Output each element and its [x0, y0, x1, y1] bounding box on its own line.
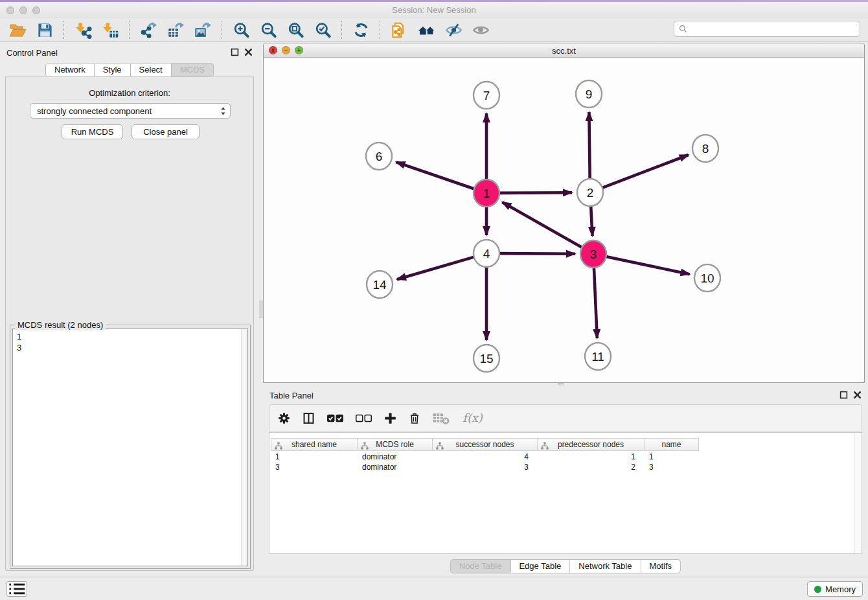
table-cell[interactable]: 3: [645, 462, 699, 472]
panel-layout-button[interactable]: [302, 411, 315, 425]
table-row[interactable]: 1dominator411: [271, 452, 852, 462]
zoom-in-button[interactable]: [231, 20, 251, 40]
table-cell[interactable]: 1: [645, 452, 699, 462]
graph-node-7[interactable]: 7: [474, 82, 499, 109]
import-network-button[interactable]: [73, 20, 93, 40]
tab-style[interactable]: Style: [95, 63, 131, 77]
hide-selected-button[interactable]: [444, 20, 463, 40]
table-cell[interactable]: 3: [433, 462, 538, 472]
graph-edge-4-14[interactable]: [397, 257, 474, 280]
table-cell[interactable]: 2: [538, 462, 645, 472]
float-panel-icon[interactable]: [231, 48, 239, 56]
tab-network-table[interactable]: Network Table: [570, 559, 641, 573]
table-cell[interactable]: 3: [271, 462, 358, 472]
tab-node-table[interactable]: Node Table: [450, 559, 511, 573]
close-panel-button[interactable]: Close panel: [131, 124, 200, 139]
search-input[interactable]: [674, 21, 860, 37]
function-builder-button[interactable]: f(x): [461, 411, 485, 426]
export-network-button[interactable]: [139, 20, 158, 40]
zoom-fit-button[interactable]: [286, 20, 305, 40]
column-header-successor-nodes[interactable]: successor nodes: [433, 438, 538, 451]
graph-node-2[interactable]: 2: [577, 179, 603, 206]
graph-node-14[interactable]: 14: [367, 271, 393, 298]
graph-node-3[interactable]: 3: [580, 240, 606, 268]
graph-node-6[interactable]: 6: [366, 143, 392, 170]
create-column-button[interactable]: [383, 411, 397, 425]
column-header-shared-name[interactable]: shared name: [271, 438, 358, 451]
graph-edge-3-11[interactable]: [594, 267, 597, 338]
save-session-button[interactable]: [35, 20, 54, 40]
graph-node-1[interactable]: 1: [474, 179, 499, 207]
export-network-icon: [140, 21, 157, 39]
mcds-result-textarea[interactable]: 13: [12, 329, 248, 566]
zoom-selected-button[interactable]: [313, 20, 332, 40]
graph-node-15[interactable]: 15: [474, 345, 499, 372]
first-neighbors-button[interactable]: [417, 20, 436, 40]
result-scrollbar[interactable]: [241, 329, 247, 566]
zoom-out-button[interactable]: [258, 20, 278, 40]
delete-table-button[interactable]: [432, 411, 450, 425]
column-header-predecessor-nodes[interactable]: predecessor nodes: [538, 438, 645, 451]
open-session-button[interactable]: [8, 20, 27, 40]
show-all-button[interactable]: [471, 20, 490, 40]
select-all-button[interactable]: [326, 412, 344, 424]
export-image-button[interactable]: [193, 20, 212, 40]
toolbar-separator: [380, 21, 380, 39]
graph-node-8[interactable]: 8: [692, 135, 718, 162]
network-window-titlebar[interactable]: x − + scc.txt: [264, 43, 864, 58]
graph-edge-3-1[interactable]: [502, 202, 582, 248]
delete-column-button[interactable]: [408, 411, 421, 425]
list-icon: [7, 582, 27, 596]
import-table-button[interactable]: [100, 20, 120, 40]
column-header-name[interactable]: name: [645, 438, 699, 451]
task-history-button[interactable]: [6, 581, 27, 597]
refresh-button[interactable]: [351, 20, 371, 40]
mcds-panel: Optimization criterion: strongly connect…: [5, 76, 254, 571]
column-header-mcds-role[interactable]: MCDS role: [358, 438, 433, 451]
optimization-criterion-label: Optimization criterion:: [6, 88, 253, 98]
svg-text:1: 1: [483, 187, 490, 200]
graph-node-10[interactable]: 10: [694, 264, 720, 292]
node-table: shared nameMCDS rolesuccessor nodesprede…: [269, 432, 862, 554]
graph-edge-1-2[interactable]: [499, 192, 572, 193]
close-table-panel-icon[interactable]: [853, 391, 862, 399]
close-panel-icon[interactable]: [244, 48, 253, 56]
graph-node-11[interactable]: 11: [585, 343, 611, 370]
table-cell[interactable]: 1: [271, 452, 358, 462]
table-scrollbar[interactable]: [854, 433, 862, 553]
mcds-result-lines: 13: [17, 331, 237, 353]
table-cell[interactable]: dominator: [358, 452, 433, 462]
table-row[interactable]: 3dominator323: [271, 462, 852, 472]
table-cell[interactable]: 4: [433, 452, 538, 462]
deselect-all-button[interactable]: [355, 412, 372, 424]
table-cell[interactable]: dominator: [358, 462, 433, 472]
tab-motifs[interactable]: Motifs: [641, 559, 681, 573]
tab-network[interactable]: Network: [45, 63, 95, 77]
graph-edge-2-9[interactable]: [589, 112, 589, 179]
column-settings-icon: [277, 411, 291, 425]
graph-edge-3-10[interactable]: [606, 257, 690, 274]
graph-edge-4-3[interactable]: [499, 253, 575, 254]
graph-edge-2-8[interactable]: [602, 155, 689, 188]
duplicate-network-button[interactable]: [389, 20, 409, 40]
graph-edge-2-3[interactable]: [591, 205, 592, 236]
export-table-button[interactable]: [166, 20, 185, 40]
tab-mcds[interactable]: MCDS: [172, 63, 214, 77]
graph-edge-1-6[interactable]: [396, 162, 475, 189]
graph-node-4[interactable]: 4: [474, 240, 499, 267]
column-header-label: name: [661, 440, 681, 449]
column-settings-button[interactable]: [277, 411, 291, 425]
network-canvas[interactable]: 7968124314101511: [264, 58, 864, 382]
memory-button[interactable]: Memory: [807, 581, 863, 597]
delete-column-icon: [408, 411, 421, 425]
tab-select[interactable]: Select: [131, 63, 172, 77]
table-cell[interactable]: 1: [538, 452, 645, 462]
zoom-out-icon: [260, 21, 277, 39]
criterion-dropdown[interactable]: strongly connected component: [30, 103, 231, 119]
hierarchy-icon: [436, 441, 444, 449]
run-mcds-button[interactable]: Run MCDS: [62, 124, 123, 139]
float-table-panel-icon[interactable]: [839, 391, 848, 399]
svg-text:7: 7: [483, 89, 490, 102]
graph-node-9[interactable]: 9: [576, 80, 602, 108]
tab-edge-table[interactable]: Edge Table: [510, 559, 570, 573]
